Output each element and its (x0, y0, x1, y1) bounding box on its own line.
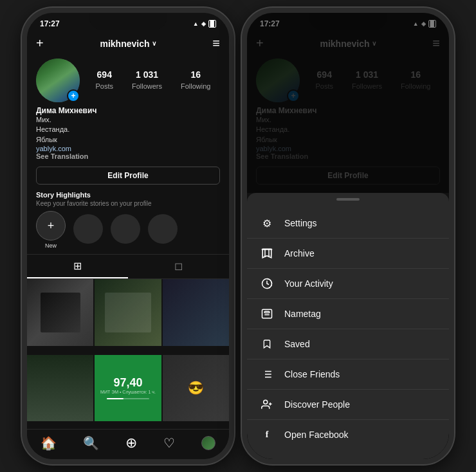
bio-translate-left[interactable]: See Translation (36, 152, 220, 160)
close-friends-icon (260, 367, 274, 381)
notch (89, 13, 167, 30)
highlights-row-left: + New (27, 210, 229, 254)
bio-line-2: Нестанда. (36, 125, 220, 134)
chevron-down-icon: ∨ (152, 40, 156, 47)
stat-following[interactable]: 16 Following (181, 69, 210, 91)
highlight-2[interactable] (111, 214, 140, 246)
highlight-3[interactable] (148, 214, 178, 246)
stat-posts-value: 694 (95, 69, 113, 80)
dim-overlay (247, 13, 449, 193)
post-1[interactable] (27, 279, 93, 345)
menu-label-activity: Your Activity (284, 278, 333, 289)
highlight-circle-3[interactable] (148, 214, 178, 244)
highlights-sub-left: Keep your favorite stories on your profi… (27, 200, 229, 210)
avatar-left[interactable]: + (36, 59, 80, 102)
post-5[interactable]: 97,40 МИТ ЭМ • Слушается: 1 ч. (95, 355, 161, 421)
signal-icon: ▲ (193, 21, 199, 27)
phone-right: 17:27 ▲ ◈ █ + mikhnevich ∨ ≡ (242, 8, 454, 464)
status-icons-left: ▲ ◈ █ (193, 20, 216, 28)
hamburger-icon-left[interactable]: ≡ (212, 36, 220, 51)
stat-followers-value: 1 031 (132, 69, 162, 80)
highlights-title-left: Story Highlights (27, 187, 229, 200)
bio-text-left: Мих. Нестанда. Яблык (36, 115, 220, 145)
stat-following-value: 16 (181, 69, 210, 80)
post-3[interactable] (163, 279, 229, 345)
nav-search-left[interactable]: 🔍 (83, 435, 99, 451)
stat-following-label: Following (181, 82, 210, 90)
username-header-left[interactable]: mikhnevich ∨ (100, 39, 156, 49)
ig-header-left: + mikhnevich ∨ ≡ (27, 32, 229, 55)
highlight-circle-2[interactable] (111, 214, 140, 244)
facebook-icon: f (260, 428, 274, 442)
highlight-new-label: New (45, 242, 57, 249)
grid-tabs-left: ⊞ ◻ (27, 254, 229, 279)
tab-grid-left[interactable]: ⊞ (27, 255, 128, 278)
bio-link-left[interactable]: yablyk.com (36, 145, 220, 152)
profile-section-left: + 694 Posts 1 031 Followers 16 Following (27, 55, 229, 105)
stat-followers-label: Followers (132, 82, 162, 90)
highlight-new-circle[interactable]: + (36, 211, 66, 241)
menu-label-close-friends: Close Friends (284, 369, 340, 379)
discover-people-icon (260, 397, 274, 412)
menu-item-activity[interactable]: Your Activity (247, 269, 449, 299)
bio-line-1: Мих. (36, 115, 220, 125)
saved-icon (260, 337, 274, 351)
nametag-icon (260, 307, 274, 321)
stat-posts-label: Posts (95, 82, 113, 90)
person-tag-icon: ◻ (174, 260, 183, 271)
battery-icon: █ (208, 20, 216, 28)
svg-rect-2 (262, 309, 272, 318)
svg-rect-3 (264, 311, 270, 313)
menu-label-facebook: Open Facebook (284, 430, 349, 440)
menu-item-archive[interactable]: Archive (247, 239, 449, 269)
bio-name-left: Дима Михневич (36, 106, 220, 115)
post-4[interactable] (27, 355, 93, 421)
wifi-icon: ◈ (201, 21, 206, 27)
menu-label-saved: Saved (284, 339, 310, 349)
menu-sheet[interactable]: ⚙ Settings Archive (247, 193, 449, 459)
add-icon-left[interactable]: + (36, 36, 44, 51)
status-time-left: 17:27 (40, 19, 60, 28)
menu-label-settings: Settings (284, 218, 317, 228)
grid-icon: ⊞ (73, 260, 82, 271)
scene: 17:27 ▲ ◈ █ + mikhnevich ∨ ≡ (0, 0, 476, 472)
menu-item-nametag[interactable]: Nametag (247, 299, 449, 329)
nav-home-left[interactable]: 🏠 (41, 435, 57, 451)
post-2[interactable] (95, 279, 161, 345)
menu-item-saved[interactable]: Saved (247, 329, 449, 359)
menu-label-archive: Archive (284, 248, 315, 259)
activity-icon (260, 277, 274, 291)
post-6[interactable]: 😎 (163, 355, 229, 421)
menu-label-discover: Discover People (284, 399, 350, 410)
settings-icon: ⚙ (260, 216, 274, 230)
menu-item-facebook[interactable]: f Open Facebook (247, 420, 449, 449)
edit-profile-button-left[interactable]: Edit Profile (36, 167, 220, 185)
nav-heart-left[interactable]: ♡ (163, 435, 175, 451)
menu-item-discover[interactable]: Discover People (247, 390, 449, 420)
nav-profile-left[interactable] (201, 436, 215, 450)
nav-add-left[interactable]: ⊕ (125, 435, 137, 451)
svg-point-11 (264, 400, 268, 404)
bio-line-3: Яблык (36, 135, 220, 145)
posts-grid-left: 97,40 МИТ ЭМ • Слушается: 1 ч. 😎 (27, 279, 229, 429)
phone-left: 17:27 ▲ ◈ █ + mikhnevich ∨ ≡ (22, 8, 234, 464)
avatar-plus-icon[interactable]: + (67, 89, 80, 102)
profile-stats-left: 694 Posts 1 031 Followers 16 Following (86, 69, 220, 91)
highlight-1[interactable] (73, 214, 103, 246)
menu-label-nametag: Nametag (284, 309, 321, 319)
stat-posts[interactable]: 694 Posts (95, 69, 113, 91)
bio-section-left: Дима Михневич Мих. Нестанда. Яблык yably… (27, 105, 229, 164)
menu-handle (336, 198, 360, 201)
tab-tagged-left[interactable]: ◻ (128, 255, 229, 278)
archive-icon (260, 246, 274, 260)
highlight-new[interactable]: + New (36, 211, 66, 249)
menu-item-close-friends[interactable]: Close Friends (247, 359, 449, 390)
bottom-nav-left: 🏠 🔍 ⊕ ♡ (27, 429, 229, 459)
highlight-circle-1[interactable] (73, 214, 103, 244)
stat-followers[interactable]: 1 031 Followers (132, 69, 162, 91)
menu-item-settings[interactable]: ⚙ Settings (247, 208, 449, 239)
